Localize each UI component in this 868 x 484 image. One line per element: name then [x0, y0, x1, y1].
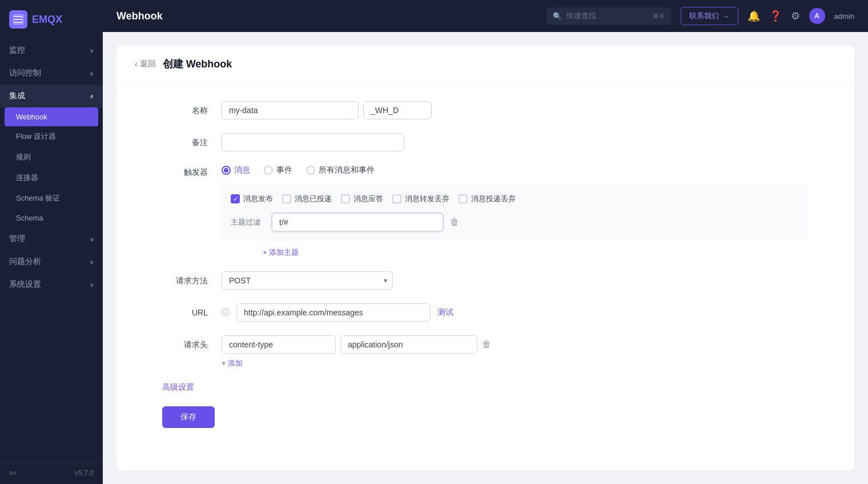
header-title: Webhook [116, 10, 537, 22]
checkbox-msg-drop[interactable]: 消息投递丢弃 [459, 194, 516, 204]
page-title: 创建 Webhook [163, 57, 232, 71]
trigger-options: 消息 事件 所有消息和事件 [222, 165, 809, 258]
url-label: URL [162, 303, 208, 317]
name-label: 名称 [162, 101, 208, 116]
chevron-icon: ∧ [90, 93, 94, 99]
request-method-control: POST GET PUT DELETE ▾ [222, 271, 809, 290]
search-bar[interactable]: 🔍 快速查找 ⌘ K [546, 7, 672, 25]
message-options-panel: ✓ 消息发布 消息已投递 消息应答 [222, 185, 809, 241]
radio-all-dot [306, 166, 315, 175]
avatar: A [809, 8, 825, 24]
trigger-message-label: 消息 [234, 165, 250, 175]
checkbox-msg-publish[interactable]: ✓ 消息发布 [231, 194, 273, 204]
sidebar-item-connector[interactable]: 连接器 [0, 167, 103, 188]
collapse-icon[interactable]: ≡< [9, 469, 17, 477]
sidebar-item-integration[interactable]: 集成 ∧ [0, 85, 103, 107]
sidebar-item-schema[interactable]: Schema [0, 209, 103, 227]
request-method-select[interactable]: POST GET PUT DELETE [222, 271, 393, 290]
delete-header-icon[interactable]: 🗑 [482, 339, 491, 350]
sidebar-item-schema-validation[interactable]: Schema 验证 [0, 188, 103, 209]
radio-message-dot [222, 166, 231, 175]
test-link[interactable]: 测试 [437, 307, 453, 318]
page-header: ‹ 返回 创建 Webhook [116, 46, 854, 83]
url-input[interactable] [236, 303, 431, 322]
admin-label: admin [834, 12, 854, 21]
trigger-radio-group: 消息 事件 所有消息和事件 [222, 165, 809, 175]
sidebar-item-flow-designer[interactable]: Flow 设计器 [0, 126, 103, 147]
header-value-input[interactable] [340, 335, 477, 354]
url-row: URL ⓘ 测试 [162, 303, 809, 322]
trigger-all-label: 所有消息和事件 [319, 165, 375, 175]
sidebar-bottom: ≡< v5.7.0 [0, 462, 103, 484]
name-row: 名称 [162, 101, 809, 119]
page-container: ‹ 返回 创建 Webhook 名称 备注 [116, 46, 854, 470]
chevron-icon: ∨ [90, 282, 94, 288]
url-info-icon: ⓘ [222, 307, 230, 318]
topic-filter-input[interactable] [272, 213, 443, 231]
topic-filter-label: 主题过滤 [231, 217, 265, 227]
header-icons: 🔔 ❓ ⚙ A admin [748, 8, 854, 24]
content-area: ‹ 返回 创建 Webhook 名称 备注 [103, 32, 868, 484]
logo-icon [9, 10, 27, 29]
chevron-icon: ∨ [90, 70, 94, 77]
checkbox-msg-delivered[interactable]: 消息已投递 [282, 194, 332, 204]
chevron-icon: ∨ [90, 236, 94, 242]
back-arrow-icon: ‹ [135, 59, 138, 69]
checkbox-msg-delivered-box [282, 194, 291, 203]
note-control [222, 133, 809, 151]
request-method-row: 请求方法 POST GET PUT DELETE ▾ [162, 271, 809, 290]
trigger-label: 触发器 [162, 165, 208, 178]
sidebar-item-monitor[interactable]: 监控 ∨ [0, 39, 103, 62]
sidebar: EMQX 监控 ∨ 访问控制 ∨ 集成 ∧ Webhook Flow 设计器 规… [0, 0, 103, 484]
sidebar-item-system-settings[interactable]: 系统设置 ∨ [0, 273, 103, 296]
checkbox-msg-drop-box [459, 194, 468, 203]
checkbox-msg-ack-box [341, 194, 350, 203]
note-input[interactable] [222, 133, 404, 151]
form-area: 名称 备注 触发器 [116, 83, 854, 446]
app-name: EMQX [32, 14, 62, 26]
trigger-row: 触发器 消息 事件 [162, 165, 809, 258]
version-label: v5.7.0 [75, 469, 94, 477]
note-row: 备注 [162, 133, 809, 151]
trigger-message-option[interactable]: 消息 [222, 165, 250, 175]
search-shortcut: ⌘ K [653, 13, 664, 20]
checkbox-msg-forward-drop[interactable]: 消息转发丢弃 [392, 194, 449, 204]
note-label: 备注 [162, 133, 208, 148]
trigger-all-option[interactable]: 所有消息和事件 [306, 165, 375, 175]
delete-topic-icon[interactable]: 🗑 [450, 217, 459, 227]
radio-event-dot [264, 166, 273, 175]
sidebar-item-webhook[interactable]: Webhook [5, 107, 98, 126]
header-key-input[interactable] [222, 335, 336, 354]
sidebar-item-access-control[interactable]: 访问控制 ∨ [0, 62, 103, 85]
header-item-row: 🗑 [222, 335, 809, 354]
contact-button[interactable]: 联系我们 → [681, 7, 738, 25]
notification-icon[interactable]: 🔔 [748, 10, 760, 22]
trigger-event-option[interactable]: 事件 [264, 165, 292, 175]
add-header-link[interactable]: + 添加 [222, 358, 809, 369]
request-header-label: 请求头 [162, 335, 208, 350]
request-method-select-wrapper: POST GET PUT DELETE ▾ [222, 271, 393, 290]
add-topic-link[interactable]: + 添加主题 [263, 247, 809, 258]
checkbox-msg-ack[interactable]: 消息应答 [341, 194, 383, 204]
sidebar-item-rules[interactable]: 规则 [0, 147, 103, 167]
settings-icon[interactable]: ⚙ [791, 10, 800, 22]
topic-filter-row: 主题过滤 🗑 [231, 213, 799, 231]
name-control [222, 101, 809, 119]
help-icon[interactable]: ❓ [769, 10, 782, 22]
sidebar-item-management[interactable]: 管理 ∨ [0, 227, 103, 250]
checkbox-msg-forward-drop-box [392, 194, 401, 203]
name-input[interactable] [222, 101, 359, 119]
search-icon: 🔍 [553, 12, 562, 21]
app-logo[interactable]: EMQX [0, 0, 103, 39]
request-header-control: 🗑 + 添加 [222, 335, 809, 369]
back-button[interactable]: ‹ 返回 [135, 59, 156, 69]
advanced-settings-link[interactable]: 高级设置 [162, 382, 809, 393]
url-control: ⓘ 测试 [222, 303, 809, 322]
sidebar-item-problem-analysis[interactable]: 问题分析 ∨ [0, 250, 103, 273]
message-checkbox-row: ✓ 消息发布 消息已投递 消息应答 [231, 194, 799, 204]
save-button-wrapper: 保存 [162, 406, 809, 428]
trigger-event-label: 事件 [276, 165, 292, 175]
save-button[interactable]: 保存 [162, 406, 215, 428]
name-suffix-input[interactable] [363, 101, 432, 119]
main-area: Webhook 🔍 快速查找 ⌘ K 联系我们 → 🔔 ❓ ⚙ A admin [103, 0, 868, 484]
